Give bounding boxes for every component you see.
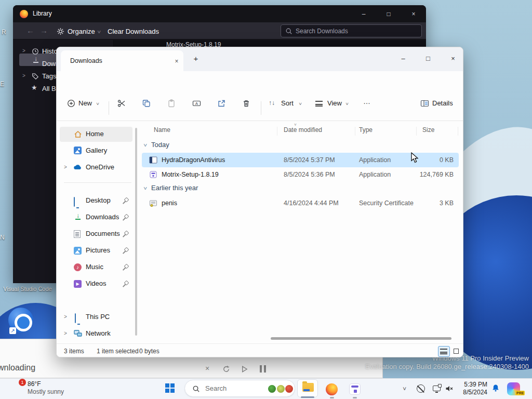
volume-muted-icon[interactable]: [445, 384, 454, 393]
sidebar-item-pictures[interactable]: Pictures: [86, 246, 110, 254]
explorer-maximize-button[interactable]: □: [419, 52, 437, 65]
firefox-titlebar[interactable]: Library – □ ×: [13, 5, 426, 22]
start-button[interactable]: [165, 383, 175, 393]
column-header-type[interactable]: Type: [359, 126, 373, 134]
download-close-button[interactable]: ×: [205, 364, 209, 373]
running-app-indicator: [330, 397, 334, 398]
explorer-minimize-button[interactable]: –: [394, 52, 412, 65]
firefox-maximize-button[interactable]: □: [381, 9, 396, 19]
file-date: 8/5/2024 5:36 PM: [284, 171, 335, 178]
taskbar-clock[interactable]: 5:39 PM 8/5/2024: [457, 381, 487, 396]
firefox-forward-button[interactable]: →: [40, 26, 48, 35]
chevron-right-icon[interactable]: >: [64, 314, 67, 320]
display-device-icon[interactable]: [433, 385, 441, 391]
horizontal-scrollbar[interactable]: [271, 337, 451, 340]
play-icon[interactable]: [241, 365, 248, 373]
column-separator[interactable]: [277, 127, 277, 136]
sidebar-divider: [64, 182, 131, 183]
file-size: 0 KB: [440, 156, 454, 164]
downloads-icon: ↓: [32, 56, 40, 64]
pause-icon[interactable]: [260, 365, 266, 373]
details-button[interactable]: Details: [432, 99, 453, 107]
explorer-close-button[interactable]: ×: [444, 52, 462, 65]
weather-temperature[interactable]: 86°F: [28, 380, 41, 388]
sidebar-item-documents[interactable]: Documents: [86, 230, 120, 237]
desktop-icon-vscode-label[interactable]: Visual Studio Code: [1, 285, 54, 292]
paste-icon: [167, 99, 176, 108]
pin-icon: [123, 264, 128, 270]
group-collapse-icon[interactable]: >: [142, 144, 148, 147]
sort-button[interactable]: Sort: [281, 99, 294, 107]
sidebar-item-gallery[interactable]: Gallery: [86, 147, 107, 154]
file-explorer-taskbar-icon[interactable]: [302, 383, 314, 392]
firefox-minimize-button[interactable]: –: [356, 9, 371, 19]
home-icon: [74, 130, 82, 138]
delete-icon[interactable]: [242, 99, 250, 108]
group-header-earlier[interactable]: Earlier this year: [151, 184, 198, 192]
certificate-file-icon: [149, 199, 157, 207]
chevron-right-icon[interactable]: >: [22, 48, 25, 54]
view-button[interactable]: View: [327, 99, 342, 107]
copy-icon[interactable]: [142, 99, 151, 108]
sidebar-item-music[interactable]: Music: [86, 263, 103, 271]
icons-view-toggle[interactable]: [451, 346, 463, 357]
file-type: Application: [359, 171, 391, 178]
column-separator[interactable]: [458, 127, 458, 136]
firefox-sidebar-tags[interactable]: Tags: [42, 72, 56, 80]
this-pc-icon: [75, 313, 76, 323]
more-options-button[interactable]: …: [363, 97, 371, 105]
column-header-date[interactable]: Date modified: [284, 126, 322, 134]
firefox-search-box[interactable]: [281, 24, 422, 37]
downloads-icon: ↓: [74, 212, 82, 221]
sidebar-item-onedrive[interactable]: OneDrive: [86, 163, 114, 171]
sidebar-item-home[interactable]: Home: [86, 130, 104, 138]
sidebar-item-network[interactable]: Network: [86, 329, 111, 337]
cut-icon[interactable]: [117, 99, 126, 108]
chevron-down-icon: >: [344, 102, 350, 105]
firefox-clear-downloads-button[interactable]: Clear Downloads: [108, 28, 159, 35]
new-button[interactable]: New: [78, 99, 92, 107]
no-internet-icon[interactable]: [417, 384, 425, 393]
desktop-icon-label-r[interactable]: R: [2, 29, 6, 36]
details-view-toggle[interactable]: [438, 346, 450, 357]
desktop-icon-label-n[interactable]: N: [0, 234, 5, 241]
tab-close-button[interactable]: ×: [172, 57, 181, 66]
column-separator[interactable]: [355, 127, 355, 136]
desktop-icon-label-e[interactable]: E: [0, 81, 4, 88]
chevron-right-icon[interactable]: >: [64, 164, 67, 170]
firefox-taskbar-icon[interactable]: [326, 383, 338, 395]
notification-bell-icon[interactable]: [491, 384, 500, 392]
gear-icon[interactable]: [57, 28, 64, 35]
tray-time: 5:39 PM: [457, 381, 487, 389]
new-tab-button[interactable]: +: [191, 54, 201, 64]
firefox-back-button[interactable]: ←: [26, 26, 34, 35]
file-row-motrix[interactable]: Motrix-Setup-1.8.19 8/5/2024 5:36 PM App…: [142, 167, 459, 182]
column-header-size[interactable]: Size: [422, 126, 434, 134]
tray-overflow-chevron[interactable]: >: [402, 387, 408, 390]
sidebar-item-this-pc[interactable]: This PC: [86, 313, 110, 321]
chevron-right-icon[interactable]: >: [64, 330, 67, 336]
explorer-tab-downloads[interactable]: Downloads ×: [61, 50, 183, 71]
motrix-taskbar-icon[interactable]: [349, 383, 361, 395]
sidebar-item-downloads[interactable]: Downloads: [86, 213, 119, 221]
sidebar-item-videos[interactable]: Videos: [86, 280, 107, 287]
share-icon[interactable]: [217, 99, 225, 108]
group-header-today[interactable]: Today: [151, 141, 169, 149]
file-row-penis[interactable]: penis 4/16/2024 4:44 PM Security Certifi…: [142, 196, 459, 210]
group-collapse-icon[interactable]: >: [142, 187, 148, 190]
taskbar-search-box[interactable]: Search: [184, 380, 295, 397]
weather-condition[interactable]: Mostly sunny: [28, 388, 64, 395]
pin-icon: [123, 248, 128, 254]
firefox-organize-button[interactable]: Organize: [68, 28, 95, 35]
rename-icon[interactable]: A: [192, 99, 201, 108]
firefox-close-button[interactable]: ×: [406, 9, 421, 19]
firefox-search-input[interactable]: [296, 26, 415, 36]
column-separator[interactable]: [416, 127, 417, 136]
sidebar-scrollbar[interactable]: [135, 128, 137, 336]
shortcut-arrow-icon: ↗: [9, 327, 16, 334]
refresh-icon[interactable]: [222, 365, 230, 373]
sidebar-item-desktop[interactable]: Desktop: [86, 196, 111, 204]
chevron-right-icon[interactable]: >: [22, 73, 25, 78]
column-header-name[interactable]: Name: [154, 126, 170, 134]
explorer-command-bar: [57, 94, 463, 121]
